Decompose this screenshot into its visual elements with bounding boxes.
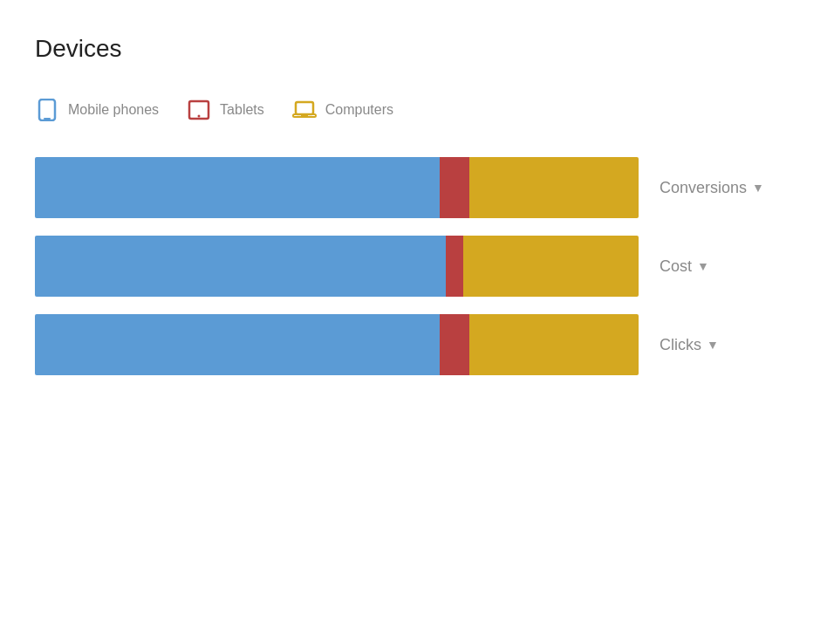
bar-cost [35, 236, 639, 297]
bar-clicks-computers [469, 314, 639, 375]
chart-row-cost: Cost ▼ [35, 236, 799, 297]
clicks-dropdown-arrow[interactable]: ▼ [707, 338, 719, 352]
svg-rect-6 [301, 114, 308, 116]
bar-conversions-tablets [440, 157, 470, 218]
legend: Mobile phones Tablets Computers [35, 98, 799, 122]
page-container: Devices Mobile phones Tablets [0, 0, 834, 410]
legend-item-mobile: Mobile phones [35, 98, 159, 122]
bar-clicks-mobile [35, 314, 440, 375]
legend-item-tablets: Tablets [187, 98, 264, 122]
bar-cost-tablets [446, 236, 464, 297]
charts-area: Conversions ▼ Cost ▼ Click [35, 157, 799, 375]
legend-label-tablets: Tablets [220, 102, 264, 118]
tablet-icon [187, 98, 211, 122]
bar-cost-mobile [35, 236, 446, 297]
bar-conversions [35, 157, 639, 218]
cost-label: Cost [660, 257, 692, 276]
conversions-dropdown-arrow[interactable]: ▼ [752, 181, 764, 195]
legend-label-computers: Computers [325, 102, 393, 118]
legend-label-mobile: Mobile phones [68, 102, 159, 118]
conversions-label: Conversions [660, 179, 747, 197]
chart-row-clicks: Clicks ▼ [35, 314, 799, 375]
mobile-phone-icon [35, 98, 59, 122]
clicks-label: Clicks [660, 336, 701, 354]
chart-label-conversions[interactable]: Conversions ▼ [660, 179, 799, 197]
chart-label-cost[interactable]: Cost ▼ [660, 257, 799, 276]
bar-clicks-tablets [440, 314, 470, 375]
legend-item-computers: Computers [292, 98, 393, 122]
chart-label-clicks[interactable]: Clicks ▼ [660, 336, 799, 354]
svg-rect-0 [39, 99, 55, 120]
bar-conversions-computers [469, 157, 639, 218]
cost-dropdown-arrow[interactable]: ▼ [697, 259, 709, 273]
svg-point-3 [198, 115, 201, 118]
bar-conversions-mobile [35, 157, 440, 218]
svg-rect-1 [44, 118, 51, 120]
laptop-icon [292, 98, 317, 122]
page-title: Devices [35, 35, 799, 63]
svg-rect-4 [296, 102, 313, 114]
bar-clicks [35, 314, 639, 375]
chart-row-conversions: Conversions ▼ [35, 157, 799, 218]
bar-cost-computers [463, 236, 639, 297]
